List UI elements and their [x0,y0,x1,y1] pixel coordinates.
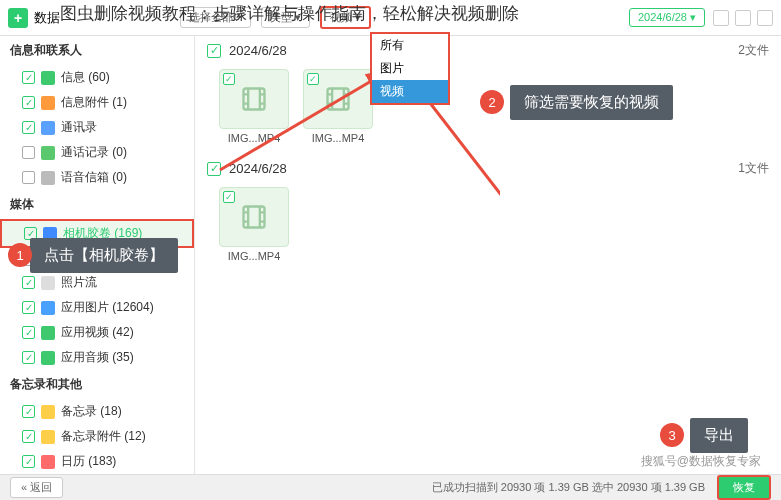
sidebar-item[interactable]: 日历 (183) [0,449,194,474]
checkbox-icon[interactable] [22,326,35,339]
category-icon [41,71,55,85]
category-icon [41,276,55,290]
sidebar-item-label: 应用视频 (42) [61,324,184,341]
sidebar-item[interactable]: 应用视频 (42) [0,320,194,345]
category-icon [41,405,55,419]
sidebar-item[interactable]: 通话记录 (0) [0,140,194,165]
sidebar-item-label: 应用音频 (35) [61,349,184,366]
file-count: 2文件 [738,42,769,59]
step-badge-2: 2 [480,90,504,114]
view-mode-icons[interactable] [713,10,773,26]
checkbox-icon[interactable] [22,301,35,314]
filter-option-all[interactable]: 所有 [372,34,448,57]
checkbox-icon[interactable] [22,146,35,159]
checkbox-icon[interactable] [207,44,221,58]
category-icon [41,455,55,469]
file-count: 1文件 [738,160,769,177]
app-logo-icon: + [8,8,28,28]
svg-rect-2 [244,207,265,228]
sidebar-item-label: 照片流 [61,274,184,291]
sidebar-item[interactable]: 备忘录 (18) [0,399,194,424]
export-button[interactable]: 恢复 [717,475,771,500]
arrow-2-icon [410,80,500,460]
sidebar-item-label: 语音信箱 (0) [61,169,184,186]
checkbox-icon[interactable] [22,455,35,468]
category-icon [41,96,55,110]
sidebar-item[interactable]: 信息附件 (1) [0,90,194,115]
category-icon [41,301,55,315]
sidebar-item[interactable]: 应用音频 (35) [0,345,194,370]
sidebar-item-label: 应用图片 (12604) [61,299,184,316]
thumb-filename: IMG...MP4 [219,250,289,262]
category-icon [41,121,55,135]
category-icon [41,171,55,185]
sidebar-item-label: 通讯录 [61,119,184,136]
category-icon [41,351,55,365]
date-filter-dropdown[interactable]: 2024/6/28 ▾ [629,8,705,27]
step-badge-1: 1 [8,243,32,267]
watermark: 搜狐号@数据恢复专家 [641,453,761,470]
thumb-checkbox-icon[interactable] [223,191,235,203]
footer-bar: « 返回 已成功扫描到 20930 项 1.39 GB 选中 20930 项 1… [0,474,781,500]
sidebar-item-label: 备忘录 (18) [61,403,184,420]
svg-line-3 [220,70,390,170]
sidebar-section-media: 媒体 [0,190,194,219]
checkbox-icon[interactable] [22,171,35,184]
app-brand: 数据 [34,9,60,27]
callout-step-3: 导出 [690,418,748,453]
sidebar-item-label: 备忘录附件 (12) [61,428,184,445]
checkbox-icon[interactable] [22,405,35,418]
filter-option-image[interactable]: 图片 [372,57,448,80]
svg-line-4 [420,90,500,460]
sidebar-item-label: 信息附件 (1) [61,94,184,111]
filter-dropdown-menu: 所有 图片 视频 [370,32,450,105]
sidebar-section-contacts: 信息和联系人 [0,36,194,65]
sidebar-item-label: 信息 (60) [61,69,184,86]
checkbox-icon[interactable] [22,351,35,364]
page-title-overlay: 图虫删除视频教程：步骤详解与操作指南，轻松解决视频删除 [60,2,519,25]
sidebar-item[interactable]: 备忘录附件 (12) [0,424,194,449]
category-icon [41,430,55,444]
callout-step-1: 点击【相机胶卷】 [30,238,178,273]
sidebar-item[interactable]: 照片流 [0,270,194,295]
step-badge-3: 3 [660,423,684,447]
checkbox-icon[interactable] [22,121,35,134]
sidebar-item[interactable]: 通讯录 [0,115,194,140]
date-label: 2024/6/28 [229,43,287,58]
checkbox-icon[interactable] [22,276,35,289]
sidebar-item[interactable]: 应用图片 (12604) [0,295,194,320]
filter-option-video[interactable]: 视频 [372,80,448,103]
checkbox-icon[interactable] [22,71,35,84]
back-button[interactable]: « 返回 [10,477,63,498]
callout-step-2: 筛选需要恢复的视频 [510,85,673,120]
sidebar-section-other: 备忘录和其他 [0,370,194,399]
checkbox-icon[interactable] [22,96,35,109]
sidebar-item[interactable]: 信息 (60) [0,65,194,90]
sidebar-item-label: 通话记录 (0) [61,144,184,161]
checkbox-icon[interactable] [22,430,35,443]
sidebar-item-label: 日历 (183) [61,453,184,470]
sidebar-item[interactable]: 语音信箱 (0) [0,165,194,190]
category-icon [41,146,55,160]
video-thumbnail[interactable]: IMG...MP4 [219,187,289,262]
film-icon [240,203,268,231]
scan-status-text: 已成功扫描到 20930 项 1.39 GB 选中 20930 项 1.39 G… [432,480,705,495]
category-icon [41,326,55,340]
